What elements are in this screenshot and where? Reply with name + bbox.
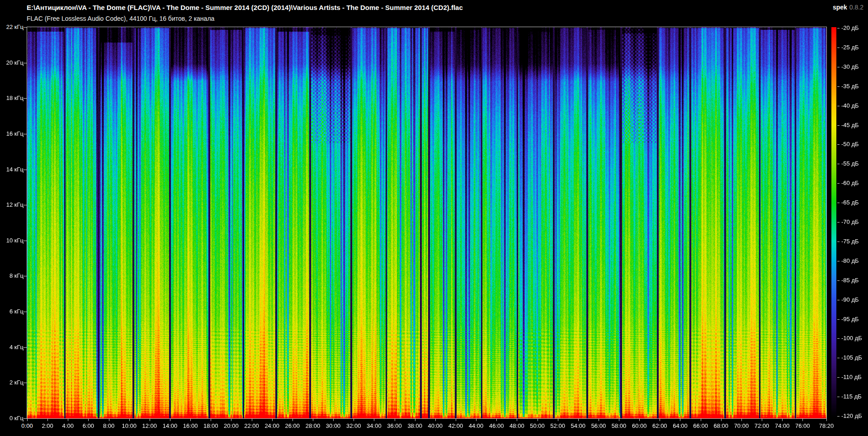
time-tick-mark xyxy=(517,419,517,421)
app-name: spek xyxy=(833,4,847,11)
freq-tick-label: 22 кГц xyxy=(0,24,24,30)
db-tick-mark xyxy=(837,280,840,281)
colorbar-canvas xyxy=(831,27,836,418)
freq-tick-mark xyxy=(24,418,27,419)
time-tick-mark xyxy=(354,419,354,421)
db-tick-label: -75 дБ xyxy=(841,238,859,245)
freq-tick-label: 16 кГц xyxy=(0,130,24,137)
time-tick-mark xyxy=(211,419,211,421)
time-tick-mark xyxy=(415,419,415,421)
freq-tick-mark xyxy=(24,205,27,205)
time-tick-mark xyxy=(292,419,293,421)
freq-tick-mark xyxy=(24,27,27,28)
db-tick-mark xyxy=(837,338,840,339)
freq-tick-mark xyxy=(24,170,27,170)
time-tick-mark xyxy=(802,419,803,421)
db-tick-label: -25 дБ xyxy=(841,44,859,51)
db-tick-mark xyxy=(837,28,840,28)
time-tick-mark xyxy=(109,419,109,421)
time-tick-mark xyxy=(558,419,558,421)
db-tick-label: -115 дБ xyxy=(841,393,862,400)
freq-tick-mark xyxy=(24,134,27,134)
db-tick-mark xyxy=(837,125,840,126)
time-tick-mark xyxy=(190,419,191,421)
db-tick-label: -30 дБ xyxy=(841,63,859,70)
freq-tick-label: 10 кГц xyxy=(0,237,24,244)
time-tick-mark xyxy=(231,419,231,421)
time-tick-mark xyxy=(129,419,130,421)
freq-tick-label: 4 кГц xyxy=(0,344,24,351)
db-tick-label: -40 дБ xyxy=(841,102,859,109)
time-tick-mark xyxy=(578,419,579,421)
time-tick-label: 76:00 xyxy=(789,422,816,429)
time-tick-mark xyxy=(27,419,28,421)
time-tick-mark xyxy=(660,419,660,421)
time-tick-mark xyxy=(395,419,395,421)
time-tick-mark xyxy=(435,419,436,421)
db-tick-label: -90 дБ xyxy=(841,296,859,303)
freq-tick-mark xyxy=(24,241,27,241)
db-tick-label: -85 дБ xyxy=(841,277,859,284)
db-tick-mark xyxy=(837,183,840,184)
db-tick-label: -60 дБ xyxy=(841,180,859,186)
time-tick-mark xyxy=(496,419,497,421)
freq-tick-mark xyxy=(24,63,27,63)
freq-tick-mark xyxy=(24,276,27,276)
time-tick-mark xyxy=(826,419,827,421)
db-tick-mark xyxy=(837,416,840,417)
time-tick-mark xyxy=(170,419,170,421)
db-tick-mark xyxy=(837,144,840,145)
time-tick-mark xyxy=(619,419,619,421)
time-tick-mark xyxy=(741,419,742,421)
time-tick-mark xyxy=(782,419,783,421)
freq-tick-label: 20 кГц xyxy=(0,59,24,66)
file-path: E:\Антициклон\VA - The Dome (FLAC)\VA - … xyxy=(27,4,463,11)
time-tick-mark xyxy=(88,419,89,421)
time-tick-mark xyxy=(599,419,599,421)
freq-tick-mark xyxy=(24,98,27,99)
time-tick-mark xyxy=(47,419,48,421)
db-tick-mark xyxy=(837,106,840,106)
freq-tick-mark xyxy=(24,347,27,348)
freq-tick-mark xyxy=(24,312,27,312)
db-tick-mark xyxy=(837,377,840,378)
time-tick-mark xyxy=(68,419,68,421)
time-tick-mark xyxy=(680,419,680,421)
spectrogram-canvas xyxy=(27,27,826,418)
db-tick-mark xyxy=(837,300,840,300)
time-tick-mark xyxy=(456,419,456,421)
freq-tick-label: 0 кГц xyxy=(0,415,24,422)
db-tick-label: -35 дБ xyxy=(841,83,859,90)
time-tick-mark xyxy=(313,419,313,421)
db-tick-label: -110 дБ xyxy=(841,374,862,380)
time-tick-mark xyxy=(333,419,334,421)
time-tick-mark xyxy=(721,419,722,421)
db-tick-label: -65 дБ xyxy=(841,199,859,206)
db-tick-label: -70 дБ xyxy=(841,218,859,225)
db-tick-label: -80 дБ xyxy=(841,257,859,264)
db-tick-mark xyxy=(837,86,840,87)
db-tick-label: -105 дБ xyxy=(841,354,862,361)
db-tick-label: -55 дБ xyxy=(841,160,859,167)
time-tick-mark xyxy=(252,419,252,421)
format-info: FLAC (Free Lossless Audio Codec), 44100 … xyxy=(27,15,214,22)
time-tick-mark xyxy=(272,419,273,421)
freq-tick-label: 6 кГц xyxy=(0,308,24,315)
db-tick-mark xyxy=(837,67,840,67)
app-brand: spek0.8.2 xyxy=(833,4,863,11)
time-tick-mark xyxy=(538,419,538,421)
db-tick-mark xyxy=(837,242,840,242)
freq-tick-label: 8 кГц xyxy=(0,272,24,279)
db-tick-mark xyxy=(837,358,840,358)
db-tick-mark xyxy=(837,47,840,48)
time-tick-mark xyxy=(639,419,640,421)
db-tick-mark xyxy=(837,222,840,223)
time-tick-mark xyxy=(374,419,374,421)
time-tick-mark xyxy=(150,419,150,421)
freq-tick-label: 18 кГц xyxy=(0,95,24,101)
time-tick-mark xyxy=(701,419,701,421)
db-tick-label: -100 дБ xyxy=(841,335,862,341)
db-tick-label: -120 дБ xyxy=(841,412,862,419)
db-tick-mark xyxy=(837,319,840,320)
spek-window: E:\Антициклон\VA - The Dome (FLAC)\VA - … xyxy=(0,0,868,436)
